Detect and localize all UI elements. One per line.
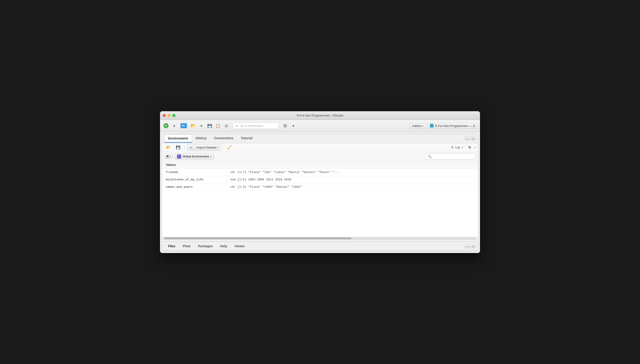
panes-button[interactable]: ⊞ xyxy=(281,122,289,129)
bottom-panel-actions: ─ □ xyxy=(465,244,476,248)
chevron-down-icon: ▾ xyxy=(210,155,212,158)
r-language-dropdown[interactable]: R ▾ xyxy=(164,154,173,159)
new-file-dropdown[interactable]: ▾ xyxy=(171,122,178,129)
minimize-bottom-button[interactable]: ─ xyxy=(465,244,470,248)
chevron-down-icon: ▾ xyxy=(462,146,463,149)
r-project-icon xyxy=(430,124,434,128)
chevron-down-icon: ▾ xyxy=(422,124,423,127)
import-dataset-button[interactable]: ⊞→ Import Dataset ▾ xyxy=(187,144,221,150)
separator xyxy=(185,145,185,150)
refresh-button[interactable]: ↻ xyxy=(467,145,473,150)
values-header: Values xyxy=(162,161,478,169)
chevron-down-icon: ▾ xyxy=(292,124,294,128)
bottom-panel: Files Plots Packages Help Viewer ─ □ xyxy=(162,242,478,251)
global-env-dropdown[interactable]: Global Environment ▾ xyxy=(175,154,214,160)
search-input[interactable] xyxy=(433,155,473,158)
r-label: R xyxy=(166,155,169,158)
bottom-tabs: Files Plots Packages Help Viewer ─ □ xyxy=(162,242,478,251)
import-icon: ⊞→ xyxy=(190,146,196,149)
goto-input[interactable]: ⇒ Go to file/function xyxy=(233,122,279,129)
new-r-script-button[interactable]: R+ xyxy=(179,122,189,129)
chevron-down-icon: ▾ xyxy=(169,155,171,158)
open-file-button[interactable]: 📂 xyxy=(189,122,197,129)
project-label: R-For-Non-Programmers — G xyxy=(435,124,475,128)
save-env-icon: 💾 xyxy=(176,145,181,150)
clear-env-button[interactable]: 🧹 xyxy=(226,144,233,150)
save-all-button[interactable]: 📋 xyxy=(214,122,222,129)
tab-viewer[interactable]: Viewer xyxy=(231,242,249,250)
env-selector-row: R ▾ Global Environment ▾ 🔍 xyxy=(162,152,478,161)
open-env-button[interactable]: 📂 xyxy=(164,144,173,150)
sub-toolbar-right: ≡ List ▾ ↻ ▾ xyxy=(451,145,476,150)
chevron-down-icon: ▾ xyxy=(201,124,202,128)
tab-connections[interactable]: Connections xyxy=(210,134,237,142)
lines-icon: ≡ xyxy=(451,145,454,150)
empty-env-area xyxy=(162,191,478,237)
save-env-button[interactable]: 💾 xyxy=(174,144,182,150)
var-name[interactable]: friends xyxy=(162,169,226,176)
tab-packages[interactable]: Packages xyxy=(194,242,217,250)
maximize-button[interactable] xyxy=(172,114,175,117)
r-script-icon: R+ xyxy=(181,123,187,128)
new-script-button[interactable]: + xyxy=(162,122,170,129)
open-file-dropdown[interactable]: ▾ xyxy=(198,122,205,129)
tab-tutorial[interactable]: Tutorial xyxy=(237,134,256,142)
goto-arrow-icon: ⇒ xyxy=(235,124,238,128)
window-title: R-For-Non-Programmers - RStudio xyxy=(297,114,343,117)
var-value[interactable]: num [1:5] 1982 2006 2011 2018 2020 xyxy=(226,176,478,183)
tab-environment[interactable]: Environment xyxy=(164,134,192,143)
goto-placeholder: Go to file/function xyxy=(240,124,263,128)
env-label: Global Environment xyxy=(183,155,209,158)
addins-button[interactable]: Addins ▾ xyxy=(410,123,426,128)
search-icon: 🔍 xyxy=(428,155,431,158)
table-row: milestones_of_my_life num [1:5] 1982 200… xyxy=(162,176,478,183)
grid-icon: ⊞ xyxy=(283,123,287,128)
panel-actions: ─ □ xyxy=(465,136,476,140)
chevron-down-icon: ▾ xyxy=(474,146,476,149)
import-label: Import Dataset xyxy=(197,146,216,149)
env-icon xyxy=(177,154,181,158)
tab-files[interactable]: Files xyxy=(164,242,179,250)
close-button[interactable] xyxy=(163,114,166,117)
project-button[interactable]: R-For-Non-Programmers — G xyxy=(427,123,478,128)
panes-dropdown[interactable]: ▾ xyxy=(290,122,297,129)
separator xyxy=(465,146,465,150)
save-icon: 💾 xyxy=(207,124,212,128)
var-name[interactable]: milestones_of_my_life xyxy=(162,176,226,183)
minimize-button[interactable] xyxy=(168,114,171,117)
table-row: friends chr [1:7] "Fiona" "Ida" "Lukas" … xyxy=(162,169,478,176)
print-icon: 🖨 xyxy=(224,124,228,128)
var-value[interactable]: chr [1:7] "Fiona" "Ida" "Lukas" "Georg" … xyxy=(226,169,478,176)
titlebar: R-For-Non-Programmers - RStudio xyxy=(160,111,480,120)
print-button[interactable]: 🖨 xyxy=(223,122,230,129)
separator xyxy=(223,145,223,150)
tab-plots[interactable]: Plots xyxy=(179,242,194,250)
open-env-icon: 📂 xyxy=(166,145,171,150)
environment-panel: Environment History Connections Tutorial… xyxy=(162,134,478,240)
search-box: 🔍 xyxy=(425,154,476,160)
var-name[interactable]: names_and_years xyxy=(162,183,226,190)
save-button[interactable]: 💾 xyxy=(206,122,213,129)
minimize-panel-button[interactable]: ─ xyxy=(465,136,470,140)
toolbar-right: Addins ▾ R-For-Non-Programmers — G xyxy=(410,123,478,128)
chevron-down-icon: ▾ xyxy=(173,124,175,128)
save-all-icon: 📋 xyxy=(216,124,220,128)
list-label: List xyxy=(455,146,460,149)
new-file-icon: + xyxy=(164,123,169,128)
maximize-panel-button[interactable]: □ xyxy=(471,136,476,140)
top-tabs: Environment History Connections Tutorial… xyxy=(162,134,478,143)
tab-history[interactable]: History xyxy=(192,134,210,142)
traffic-lights xyxy=(163,114,175,117)
main-toolbar: + ▾ R+ 📂 ▾ 💾 📋 🖨 ⇒ Go to fi xyxy=(160,120,480,132)
values-section: Values friends chr [1:7] "Fiona" "Ida" "… xyxy=(162,161,478,237)
main-window: R-For-Non-Programmers - RStudio + ▾ R+ 📂… xyxy=(160,111,480,253)
env-data-table: friends chr [1:7] "Fiona" "Ida" "Lukas" … xyxy=(162,169,478,191)
horizontal-scrollbar[interactable] xyxy=(162,237,478,240)
folder-open-icon: 📂 xyxy=(191,123,196,128)
scrollbar-thumb[interactable] xyxy=(164,238,351,239)
var-value[interactable]: chr [1:4] "Fiona" "1988" "Daniel" "1982" xyxy=(226,183,478,190)
scrollbar-track xyxy=(164,238,476,239)
tab-help[interactable]: Help xyxy=(217,242,231,250)
env-sub-toolbar: 📂 💾 ⊞→ Import Dataset ▾ 🧹 ≡ List ▾ ↻ ▾ xyxy=(162,143,478,152)
maximize-bottom-button[interactable]: □ xyxy=(471,244,476,248)
